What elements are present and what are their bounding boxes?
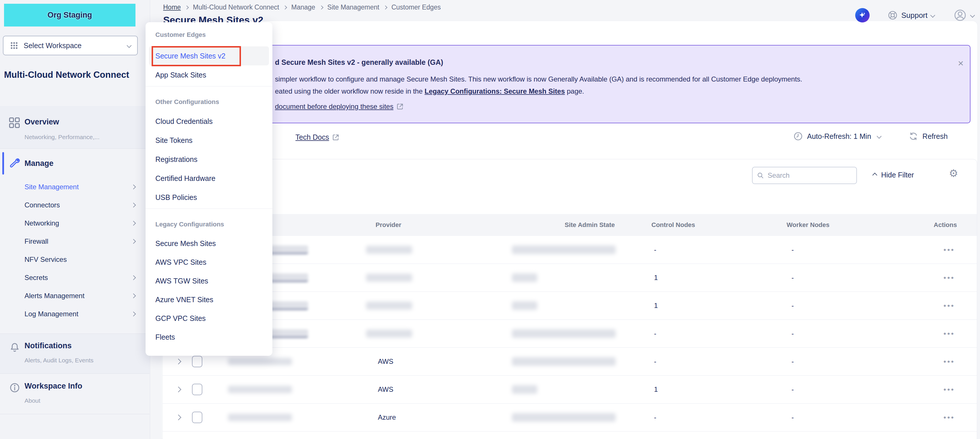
breadcrumb-separator-icon [283,5,287,9]
sidebar-item-firewall[interactable]: Firewall [0,232,150,250]
site-admin-state-redacted [512,329,616,338]
table-body: --•••1-•••1-•••--•••AWS--•••AWS1-•••Azur… [162,236,977,431]
breadcrumb-item[interactable]: Multi-Cloud Network Connect [193,3,279,11]
breadcrumb-item[interactable]: Site Management [328,3,379,11]
dropdown-item-registrations[interactable]: Registrations [146,150,272,169]
breadcrumb-item[interactable]: Customer Edges [391,3,441,11]
chevron-down-icon[interactable] [877,134,882,139]
provider-redacted [366,274,412,282]
dropdown-item-gcp-vpc-sites[interactable]: GCP VPC Sites [146,309,272,328]
col-control-nodes: Control Nodes [651,221,695,229]
doc-link[interactable]: document before deploying these sites [275,103,404,111]
sidebar-workspace-info-sub: About [24,397,40,404]
tech-docs-link[interactable]: Tech Docs [296,133,340,141]
table-row: 1-••• [162,264,977,292]
sidebar-item-secrets[interactable]: Secrets [0,268,150,287]
chevron-up-icon [872,173,877,178]
avatar-icon [953,9,967,22]
sidebar-item-site-management[interactable]: Site Management [0,178,150,196]
ga-announcement-banner: d Secure Mesh Sites v2 - generally avail… [169,45,970,123]
banner-line2: eated using the older workflow now resid… [275,87,584,95]
sidebar-item-notifications[interactable]: Notifications Alerts, Audit Logs, Events [0,334,150,373]
dropdown-item-usb-policies[interactable]: USB Policies [146,188,272,207]
sidebar-item-label: Log Management [24,310,78,318]
annotation-highlight-box [152,46,241,66]
bell-icon [9,342,20,353]
close-icon[interactable]: × [958,58,964,68]
tech-docs-label: Tech Docs [296,133,329,141]
dropdown-item-secure-mesh-sites[interactable]: Secure Mesh Sites [146,234,272,253]
breadcrumb-item[interactable]: Home [163,3,181,11]
sidebar-item-manage[interactable]: Manage [24,159,54,168]
dropdown-section-header: Other Configurations [146,95,272,109]
dropdown-item-app-stack-sites[interactable]: App Stack Sites [146,65,272,84]
table-row: AWS1-••• [162,376,977,404]
doc-link-label: document before deploying these sites [275,103,393,111]
site-name-redacted [228,386,292,393]
table-row: AWS--••• [162,348,977,376]
sidebar-item-workspace-info[interactable]: Workspace Info About [0,374,150,414]
sidebar-item-label: Site Management [24,183,79,191]
lifebuoy-icon [888,10,898,21]
external-link-icon [396,103,404,110]
row-checkbox[interactable] [192,356,202,367]
table-row: --••• [162,320,977,348]
sidebar-item-networking[interactable]: Networking [0,214,150,232]
breadcrumb-separator-icon [185,5,189,9]
breadcrumb-item[interactable]: Manage [291,3,315,11]
refresh-button[interactable]: Refresh [922,132,948,141]
worker-nodes-cell: - [791,301,794,310]
control-nodes-cell: - [654,414,656,422]
hide-filter-label: Hide Filter [881,171,914,179]
dropdown-item-aws-tgw-sites[interactable]: AWS TGW Sites [146,272,272,290]
sidebar-item-log-management[interactable]: Log Management [0,305,150,323]
worker-nodes-cell: - [791,385,794,393]
provider-cell: AWS [378,358,393,366]
search-field[interactable] [767,171,852,180]
row-actions-menu[interactable]: ••• [939,357,959,366]
sidebar-item-nfv-services[interactable]: NFV Services [0,250,150,268]
search-input[interactable] [752,167,857,184]
row-actions-menu[interactable]: ••• [939,301,959,310]
row-actions-menu[interactable]: ••• [939,413,959,422]
row-actions-menu[interactable]: ••• [939,273,959,282]
sidebar-item-label: Secrets [24,274,48,282]
row-actions-menu[interactable]: ••• [939,246,959,254]
chevron-right-icon [131,184,136,189]
support-label: Support [901,11,928,20]
row-actions-menu[interactable]: ••• [939,385,959,394]
dropdown-item-azure-vnet-sites[interactable]: Azure VNET Sites [146,290,272,309]
expand-chevron-icon[interactable] [175,387,181,392]
ai-assistant-icon[interactable] [855,8,870,22]
provider-redacted [366,330,412,338]
sidebar-item-alerts-management[interactable]: Alerts Management [0,287,150,305]
dropdown-item-site-tokens[interactable]: Site Tokens [146,131,272,150]
chevron-down-icon [931,13,935,18]
sidebar-item-connectors[interactable]: Connectors [0,196,150,214]
banner-line2-text: eated using the older workflow now resid… [275,87,423,95]
row-checkbox[interactable] [192,384,202,395]
control-nodes-cell: - [654,330,656,338]
dropdown-item-fleets[interactable]: Fleets [146,328,272,347]
row-checkbox[interactable] [192,412,202,423]
dropdown-item-aws-vpc-sites[interactable]: AWS VPC Sites [146,253,272,272]
table-header: Provider Site Admin State Control Nodes … [162,214,977,236]
account-menu[interactable] [953,9,974,22]
col-actions: Actions [934,221,957,229]
site-admin-state-redacted [512,246,616,254]
sidebar-item-overview[interactable]: Overview Networking, Performance,... [0,106,150,148]
gear-icon[interactable]: ⚙ [949,167,958,179]
expand-chevron-icon[interactable] [175,359,181,365]
expand-chevron-icon[interactable] [175,415,181,420]
hide-filter-toggle[interactable]: Hide Filter [873,171,914,179]
dropdown-item-certified-hardware[interactable]: Certified Hardware [146,169,272,188]
support-menu[interactable]: Support [888,10,934,21]
dropdown-item-cloud-credentials[interactable]: Cloud Credentials [146,112,272,131]
chevron-right-icon [131,203,136,208]
banner-line1: simpler workflow to configure and manage… [275,75,802,83]
legacy-configs-link[interactable]: Legacy Configurations: Secure Mesh Sites [425,87,565,95]
row-actions-menu[interactable]: ••• [939,329,959,338]
sidebar-notifications-label: Notifications [24,341,72,350]
workspace-selector[interactable]: Select Workspace [3,36,138,55]
auto-refresh-label[interactable]: Auto-Refresh: 1 Min [807,132,871,141]
